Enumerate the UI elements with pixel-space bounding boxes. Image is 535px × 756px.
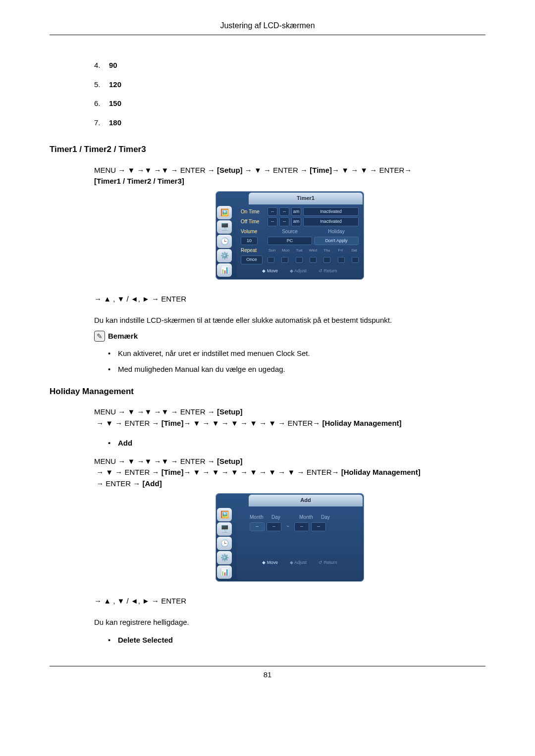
- page-number: 81: [50, 666, 485, 681]
- month-label: Month: [299, 513, 319, 521]
- list-num: 5.: [94, 79, 109, 91]
- holiday-add-nav-path: MENU → ▼ →▼ →▼ → ENTER → [Setup] → ▼ → E…: [94, 456, 485, 490]
- display-icon: 🖥️: [217, 220, 232, 234]
- osd-adjust-hint: ◆ Adjust: [290, 268, 307, 275]
- osd-adjust-hint: ◆ Adjust: [290, 559, 307, 566]
- ampm-chip: am: [291, 217, 301, 226]
- day-header: Fri: [336, 248, 345, 253]
- day-header: Tue: [295, 248, 304, 253]
- source-label: Source: [268, 228, 312, 235]
- state-chip: Inactivated: [303, 207, 359, 216]
- add-osd: Add 🖼️ 🖥️ 🕒 ⚙️ 📊 Month Day Month Day: [215, 493, 364, 582]
- delete-selected-item: Delete Selected: [118, 635, 173, 646]
- clock-icon: 🕒: [217, 235, 232, 248]
- osd-return-hint: ↺ Return: [319, 559, 337, 566]
- holiday-section-title: Holiday Management: [50, 385, 485, 398]
- day-from-chip: --: [267, 522, 281, 531]
- day-header: Wed: [309, 248, 318, 253]
- holiday-value: Don't Apply: [314, 237, 359, 246]
- holiday-nav-controls: → ▲ , ▼ / ◄, ► → ENTER: [94, 596, 485, 607]
- day-checkbox: [310, 257, 317, 263]
- page-header: Justering af LCD-skærmen: [50, 20, 485, 35]
- osd-sidebar: 🖼️ 🖥️ 🕒 ⚙️ 📊: [217, 506, 237, 580]
- minute-chip: --: [279, 207, 289, 216]
- repeat-value: Once: [241, 255, 263, 264]
- holiday-label: Holiday: [314, 228, 359, 235]
- day-to-chip: --: [311, 522, 326, 531]
- holiday-nav-path: MENU → ▼ →▼ →▼ → ENTER → [Setup] → ▼ → E…: [94, 406, 485, 429]
- picture-icon: 🖼️: [217, 508, 232, 521]
- add-item: Add: [118, 438, 132, 449]
- hour-chip: --: [268, 207, 277, 216]
- osd-move-hint: ◆ Move: [262, 559, 278, 566]
- note-item: Kun aktiveret, når uret er indstillet me…: [118, 348, 310, 359]
- note-item: Med muligheden Manual kan du vælge en ug…: [118, 364, 285, 375]
- osd-tab: Timer1: [249, 193, 363, 204]
- osd-tab: Add: [249, 495, 363, 506]
- day-header: Sat: [350, 248, 359, 253]
- source-value: PC: [268, 237, 312, 246]
- list-val: 150: [109, 98, 121, 109]
- holiday-description: Du kan registrere helligdage.: [94, 617, 485, 628]
- note-label: Bemærk: [108, 331, 138, 342]
- timer-nav-controls: → ▲ , ▼ / ◄, ► → ENTER: [94, 294, 485, 305]
- osd-return-hint: ↺ Return: [319, 268, 337, 275]
- osd-sidebar: 🖼️ 🖥️ 🕒 ⚙️ 📊: [217, 204, 237, 279]
- display-icon: 🖥️: [217, 522, 232, 536]
- month-from-chip: --: [250, 522, 265, 531]
- day-checkbox: [338, 257, 345, 263]
- day-checkbox: [268, 257, 274, 263]
- picture-icon: 🖼️: [217, 206, 232, 219]
- timer-section-title: Timer1 / Timer2 / Timer3: [50, 143, 485, 156]
- day-checkbox: [281, 257, 288, 263]
- hour-chip: --: [268, 217, 277, 226]
- list-num: 7.: [94, 117, 109, 129]
- month-to-chip: --: [294, 522, 309, 531]
- gear-icon: ⚙️: [217, 551, 232, 564]
- month-label: Month: [250, 513, 269, 521]
- timer-notes-list: •Kun aktiveret, når uret er indstillet m…: [108, 348, 485, 375]
- list-val: 120: [109, 79, 121, 91]
- day-checkbox: [296, 257, 303, 263]
- gear-icon: ⚙️: [217, 249, 232, 262]
- list-num: 4.: [94, 60, 109, 71]
- repeat-label: Repeat: [241, 247, 266, 254]
- timer-description: Du kan indstille LCD-skærmen til at tænd…: [94, 315, 485, 326]
- clock-icon: 🕒: [217, 537, 232, 550]
- osd-move-hint: ◆ Move: [262, 268, 278, 275]
- timer-nav-path: MENU → ▼ →▼ →▼ → ENTER → [Setup] → ▼ → E…: [94, 165, 485, 187]
- volume-value: 10: [241, 237, 258, 246]
- value-list: 4.90 5.120 6.150 7.180: [94, 60, 485, 128]
- list-val: 180: [109, 117, 121, 129]
- day-label: Day: [271, 513, 286, 521]
- day-header: Mon: [281, 248, 290, 253]
- day-label: Day: [321, 513, 336, 521]
- note-icon: ✎: [94, 331, 105, 342]
- state-chip: Inactivated: [303, 217, 359, 226]
- timer-osd: Timer1 🖼️ 🖥️ 🕒 ⚙️ 📊 On Time -- -- am Ina…: [215, 191, 364, 280]
- minute-chip: --: [279, 217, 289, 226]
- day-header: Thu: [322, 248, 331, 253]
- info-icon: 📊: [217, 263, 232, 277]
- on-time-label: On Time: [241, 208, 266, 215]
- ampm-chip: am: [291, 207, 301, 216]
- day-header: Sun: [268, 248, 276, 253]
- list-num: 6.: [94, 98, 109, 109]
- off-time-label: Off Time: [241, 218, 266, 225]
- volume-label: Volume: [241, 228, 266, 235]
- range-tilde: ~: [283, 523, 292, 530]
- day-checkbox: [323, 257, 330, 263]
- info-icon: 📊: [217, 565, 232, 579]
- list-val: 90: [109, 60, 117, 71]
- day-checkbox: [352, 257, 359, 263]
